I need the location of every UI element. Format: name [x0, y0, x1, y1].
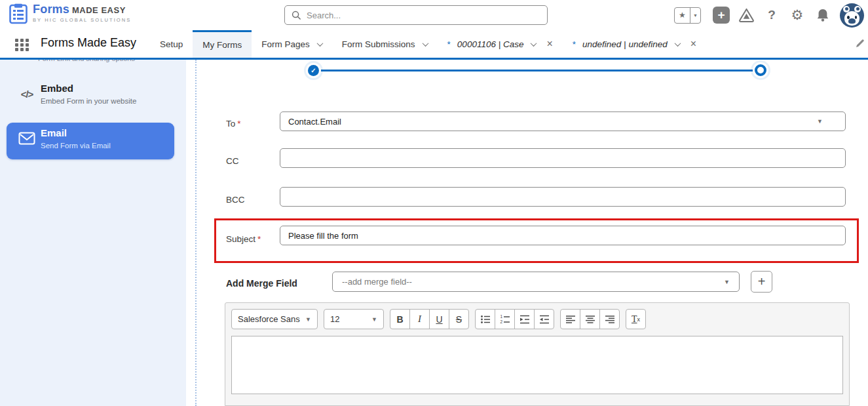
- quick-create-button[interactable]: +: [713, 7, 730, 24]
- cc-input[interactable]: [280, 148, 846, 168]
- italic-button[interactable]: I: [409, 309, 430, 329]
- step-complete-icon: ✓: [308, 65, 319, 76]
- logo-subtitle: BY HIC GLOBAL SOLUTIONS: [33, 17, 131, 23]
- email-body-editor: Salesforce Sans ▼ 12 ▼ B I U S: [225, 302, 850, 406]
- chevron-down-icon[interactable]: [531, 40, 537, 47]
- underline-button[interactable]: U: [429, 309, 449, 329]
- chevron-down-icon[interactable]: [422, 40, 428, 47]
- bcc-label: BCC: [226, 195, 245, 205]
- align-left-button[interactable]: [560, 309, 580, 329]
- global-header: Forms MADE EASY BY HIC GLOBAL SOLUTIONS …: [0, 0, 868, 30]
- tab-my-forms[interactable]: My Forms: [193, 30, 252, 58]
- tab-case-record[interactable]: * 00001106 | Case ×: [438, 30, 563, 58]
- dropdown-arrow-icon[interactable]: ▼: [817, 118, 823, 125]
- favorites-caret-icon[interactable]: ▼: [690, 8, 700, 23]
- app-window: Forms MADE EASY BY HIC GLOBAL SOLUTIONS …: [0, 0, 868, 406]
- to-label: To*: [226, 119, 241, 129]
- app-launcher-icon[interactable]: [15, 39, 29, 50]
- tab-form-pages[interactable]: Form Pages: [252, 30, 332, 58]
- add-merge-field-button[interactable]: +: [751, 271, 772, 293]
- search-icon: [292, 10, 301, 20]
- indent-button[interactable]: [514, 309, 535, 329]
- code-icon: </>: [18, 89, 35, 100]
- bullet-list-button[interactable]: [475, 309, 495, 329]
- editor-toolbar: Salesforce Sans ▼ 12 ▼ B I U S: [231, 309, 646, 329]
- chevron-down-icon[interactable]: [674, 40, 681, 47]
- sidebar-item-email[interactable]: Email Send Form via Email: [7, 123, 174, 159]
- close-tab-icon[interactable]: ×: [546, 39, 552, 49]
- chevron-down-icon[interactable]: [316, 40, 323, 47]
- unsaved-indicator: *: [573, 39, 576, 49]
- align-right-button[interactable]: [599, 309, 620, 329]
- edit-pencil-icon[interactable]: [855, 38, 865, 49]
- bcc-input[interactable]: [280, 187, 846, 207]
- cc-label: CC: [226, 156, 239, 166]
- clipboard-logo-icon: [9, 3, 28, 24]
- dropdown-arrow-icon: ▼: [305, 316, 311, 323]
- nav-tabs: Setup My Forms Form Pages Form Submissio…: [150, 30, 706, 58]
- dropdown-arrow-icon: ▼: [371, 316, 377, 323]
- envelope-icon: [18, 132, 35, 145]
- close-tab-icon[interactable]: ×: [690, 39, 696, 49]
- add-merge-field-label: Add Merge Field: [226, 278, 297, 289]
- unsaved-indicator: *: [447, 39, 451, 49]
- logo-suffix: MADE EASY: [72, 5, 126, 15]
- email-body-textarea[interactable]: [231, 336, 843, 394]
- global-search[interactable]: [284, 5, 548, 25]
- svg-text:1: 1: [500, 314, 502, 319]
- font-size-select[interactable]: 12 ▼: [324, 309, 384, 329]
- tab-undefined-record[interactable]: * undefined | undefined ×: [563, 30, 706, 58]
- bold-button[interactable]: B: [390, 309, 410, 329]
- to-select[interactable]: Contact.Email ▼: [280, 112, 846, 131]
- logo-title: Forms: [33, 3, 69, 15]
- subject-label: Subject*: [226, 234, 261, 244]
- email-form-panel: ✓ To* Contact.Email ▼ CC BCC Subject* Ad…: [197, 60, 868, 406]
- font-family-select[interactable]: Salesforce Sans ▼: [231, 309, 318, 329]
- sidebar-divider: [195, 60, 197, 406]
- notifications-bell-icon[interactable]: [814, 7, 831, 24]
- dropdown-arrow-icon[interactable]: ▼: [724, 279, 730, 285]
- align-center-button[interactable]: [580, 309, 600, 329]
- stepper-line: [313, 70, 760, 71]
- sidebar-item-embed[interactable]: </> Embed Embed Form in your website: [7, 79, 174, 117]
- app-logo: Forms MADE EASY BY HIC GLOBAL SOLUTIONS: [9, 3, 131, 24]
- help-icon[interactable]: ?: [763, 7, 780, 24]
- outdent-button[interactable]: [534, 309, 554, 329]
- app-name: Forms Made Easy: [41, 36, 136, 50]
- clear-formatting-button[interactable]: Tx: [626, 309, 646, 329]
- tab-setup[interactable]: Setup: [150, 30, 193, 58]
- svg-text:2: 2: [500, 319, 502, 324]
- share-options-sidebar: Form Link and sharing options </> Embed …: [0, 60, 186, 406]
- app-nav-bar: Forms Made Easy Setup My Forms Form Page…: [0, 30, 868, 60]
- user-avatar[interactable]: [840, 3, 864, 28]
- merge-field-select[interactable]: --add merge field-- ▼: [332, 272, 740, 292]
- tab-form-submissions[interactable]: Form Submissions: [332, 30, 438, 58]
- favorite-star-icon[interactable]: ★: [675, 10, 690, 20]
- favorites-control[interactable]: ★ ▼: [674, 7, 701, 24]
- setup-gear-icon[interactable]: ⚙: [789, 7, 806, 24]
- step-current-icon: [755, 64, 766, 76]
- trailhead-help-icon[interactable]: [738, 7, 755, 24]
- strikethrough-button[interactable]: S: [449, 309, 469, 329]
- numbered-list-button[interactable]: 1 2: [495, 309, 515, 329]
- search-input[interactable]: [307, 10, 540, 20]
- subject-input[interactable]: [280, 226, 846, 245]
